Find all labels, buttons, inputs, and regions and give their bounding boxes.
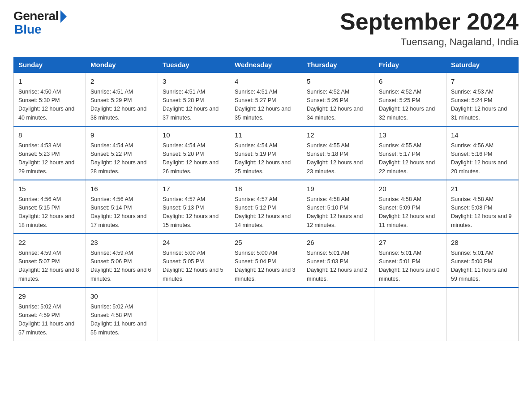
calendar-cell: 1Sunrise: 4:50 AMSunset: 5:30 PMDaylight… — [14, 73, 86, 126]
calendar-cell: 19Sunrise: 4:58 AMSunset: 5:10 PMDayligh… — [302, 180, 374, 234]
day-info: Sunrise: 4:54 AMSunset: 5:19 PMDaylight:… — [235, 141, 297, 176]
day-number: 29 — [18, 291, 81, 302]
calendar-cell: 25Sunrise: 5:00 AMSunset: 5:04 PMDayligh… — [230, 234, 302, 287]
calendar-cell — [446, 287, 519, 341]
day-number: 24 — [163, 238, 225, 248]
day-info: Sunrise: 4:54 AMSunset: 5:20 PMDaylight:… — [163, 141, 225, 176]
day-number: 7 — [451, 77, 514, 87]
day-number: 3 — [163, 77, 225, 87]
col-header-thursday: Thursday — [302, 57, 374, 73]
day-info: Sunrise: 5:00 AMSunset: 5:05 PMDaylight:… — [163, 249, 225, 284]
calendar-cell: 24Sunrise: 5:00 AMSunset: 5:05 PMDayligh… — [158, 234, 230, 287]
col-header-friday: Friday — [374, 57, 446, 73]
day-info: Sunrise: 5:00 AMSunset: 5:04 PMDaylight:… — [235, 249, 297, 284]
day-number: 16 — [90, 184, 153, 194]
calendar-cell: 26Sunrise: 5:01 AMSunset: 5:03 PMDayligh… — [302, 234, 374, 287]
logo: General Blue — [13, 9, 67, 37]
calendar-cell: 27Sunrise: 5:01 AMSunset: 5:01 PMDayligh… — [374, 234, 446, 287]
calendar-cell — [302, 287, 374, 341]
day-info: Sunrise: 5:01 AMSunset: 5:03 PMDaylight:… — [307, 249, 369, 284]
day-number: 25 — [235, 238, 297, 248]
day-number: 2 — [90, 77, 153, 87]
col-header-tuesday: Tuesday — [158, 57, 230, 73]
day-info: Sunrise: 5:02 AMSunset: 4:59 PMDaylight:… — [18, 303, 81, 338]
calendar-cell: 16Sunrise: 4:56 AMSunset: 5:14 PMDayligh… — [86, 180, 158, 234]
day-info: Sunrise: 4:58 AMSunset: 5:09 PMDaylight:… — [379, 195, 442, 230]
day-number: 20 — [379, 184, 442, 194]
calendar-cell: 5Sunrise: 4:52 AMSunset: 5:26 PMDaylight… — [302, 73, 374, 126]
day-info: Sunrise: 4:58 AMSunset: 5:08 PMDaylight:… — [451, 195, 514, 230]
day-info: Sunrise: 4:52 AMSunset: 5:25 PMDaylight:… — [379, 88, 442, 123]
calendar-cell: 8Sunrise: 4:53 AMSunset: 5:23 PMDaylight… — [14, 126, 86, 180]
calendar-cell: 21Sunrise: 4:58 AMSunset: 5:08 PMDayligh… — [446, 180, 519, 234]
calendar-week-2: 8Sunrise: 4:53 AMSunset: 5:23 PMDaylight… — [14, 126, 519, 180]
day-info: Sunrise: 5:02 AMSunset: 4:58 PMDaylight:… — [90, 303, 153, 338]
day-info: Sunrise: 4:56 AMSunset: 5:14 PMDaylight:… — [90, 195, 153, 230]
calendar-cell: 7Sunrise: 4:53 AMSunset: 5:24 PMDaylight… — [446, 73, 519, 126]
day-info: Sunrise: 4:51 AMSunset: 5:29 PMDaylight:… — [90, 88, 153, 123]
page-header: General Blue September 2024 Tuensang, Na… — [13, 9, 519, 48]
day-info: Sunrise: 4:57 AMSunset: 5:13 PMDaylight:… — [163, 195, 225, 230]
day-info: Sunrise: 4:51 AMSunset: 5:28 PMDaylight:… — [163, 88, 225, 123]
day-number: 8 — [18, 130, 81, 141]
calendar-cell: 20Sunrise: 4:58 AMSunset: 5:09 PMDayligh… — [374, 180, 446, 234]
day-info: Sunrise: 4:55 AMSunset: 5:18 PMDaylight:… — [307, 141, 369, 176]
day-info: Sunrise: 4:50 AMSunset: 5:30 PMDaylight:… — [18, 88, 81, 123]
calendar-week-3: 15Sunrise: 4:56 AMSunset: 5:15 PMDayligh… — [14, 180, 519, 234]
day-number: 30 — [90, 291, 153, 302]
calendar-cell — [230, 287, 302, 341]
day-info: Sunrise: 4:52 AMSunset: 5:26 PMDaylight:… — [307, 88, 369, 123]
calendar-cell: 18Sunrise: 4:57 AMSunset: 5:12 PMDayligh… — [230, 180, 302, 234]
col-header-monday: Monday — [86, 57, 158, 73]
col-header-wednesday: Wednesday — [230, 57, 302, 73]
logo-general-text: General — [13, 9, 59, 23]
calendar-cell: 3Sunrise: 4:51 AMSunset: 5:28 PMDaylight… — [158, 73, 230, 126]
calendar-cell: 23Sunrise: 4:59 AMSunset: 5:06 PMDayligh… — [86, 234, 158, 287]
calendar-cell: 29Sunrise: 5:02 AMSunset: 4:59 PMDayligh… — [14, 287, 86, 341]
col-header-saturday: Saturday — [446, 57, 519, 73]
day-info: Sunrise: 4:54 AMSunset: 5:22 PMDaylight:… — [90, 141, 153, 176]
calendar-cell: 9Sunrise: 4:54 AMSunset: 5:22 PMDaylight… — [86, 126, 158, 180]
title-block: September 2024 Tuensang, Nagaland, India — [340, 9, 519, 48]
day-number: 18 — [235, 184, 297, 194]
calendar-cell — [374, 287, 446, 341]
day-number: 10 — [163, 130, 225, 141]
calendar-cell: 17Sunrise: 4:57 AMSunset: 5:13 PMDayligh… — [158, 180, 230, 234]
day-number: 12 — [307, 130, 369, 141]
logo-arrow-icon — [60, 10, 67, 23]
day-info: Sunrise: 4:55 AMSunset: 5:17 PMDaylight:… — [379, 141, 442, 176]
day-number: 1 — [18, 77, 81, 87]
location-text: Tuensang, Nagaland, India — [340, 36, 519, 48]
calendar-cell: 15Sunrise: 4:56 AMSunset: 5:15 PMDayligh… — [14, 180, 86, 234]
calendar-week-4: 22Sunrise: 4:59 AMSunset: 5:07 PMDayligh… — [14, 234, 519, 287]
calendar-cell: 6Sunrise: 4:52 AMSunset: 5:25 PMDaylight… — [374, 73, 446, 126]
day-number: 9 — [90, 130, 153, 141]
day-number: 28 — [451, 238, 514, 248]
day-number: 11 — [235, 130, 297, 141]
day-number: 4 — [235, 77, 297, 87]
day-info: Sunrise: 5:01 AMSunset: 5:00 PMDaylight:… — [451, 249, 514, 284]
calendar-table: SundayMondayTuesdayWednesdayThursdayFrid… — [13, 57, 519, 341]
day-number: 6 — [379, 77, 442, 87]
day-number: 26 — [307, 238, 369, 248]
day-number: 19 — [307, 184, 369, 194]
day-number: 22 — [18, 238, 81, 248]
month-title: September 2024 — [340, 9, 519, 34]
calendar-cell: 22Sunrise: 4:59 AMSunset: 5:07 PMDayligh… — [14, 234, 86, 287]
day-info: Sunrise: 4:59 AMSunset: 5:07 PMDaylight:… — [18, 249, 81, 284]
day-number: 17 — [163, 184, 225, 194]
calendar-cell: 28Sunrise: 5:01 AMSunset: 5:00 PMDayligh… — [446, 234, 519, 287]
calendar-cell: 13Sunrise: 4:55 AMSunset: 5:17 PMDayligh… — [374, 126, 446, 180]
calendar-week-1: 1Sunrise: 4:50 AMSunset: 5:30 PMDaylight… — [14, 73, 519, 126]
day-number: 14 — [451, 130, 514, 141]
day-number: 5 — [307, 77, 369, 87]
day-info: Sunrise: 4:51 AMSunset: 5:27 PMDaylight:… — [235, 88, 297, 123]
day-info: Sunrise: 4:56 AMSunset: 5:16 PMDaylight:… — [451, 141, 514, 176]
day-info: Sunrise: 4:57 AMSunset: 5:12 PMDaylight:… — [235, 195, 297, 230]
day-info: Sunrise: 4:53 AMSunset: 5:23 PMDaylight:… — [18, 141, 81, 176]
calendar-cell: 2Sunrise: 4:51 AMSunset: 5:29 PMDaylight… — [86, 73, 158, 126]
calendar-week-5: 29Sunrise: 5:02 AMSunset: 4:59 PMDayligh… — [14, 287, 519, 341]
day-number: 13 — [379, 130, 442, 141]
day-info: Sunrise: 5:01 AMSunset: 5:01 PMDaylight:… — [379, 249, 442, 284]
calendar-cell: 30Sunrise: 5:02 AMSunset: 4:58 PMDayligh… — [86, 287, 158, 341]
